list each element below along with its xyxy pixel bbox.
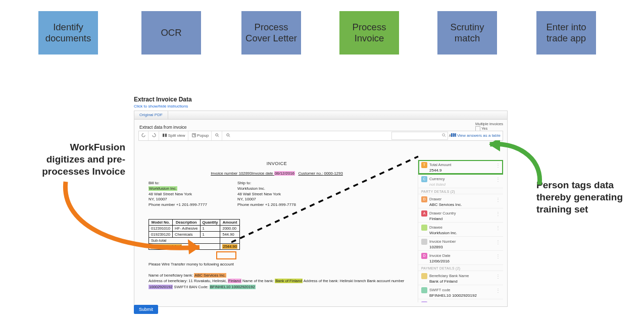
answer-tag-icon: T bbox=[421, 162, 427, 168]
svg-point-3 bbox=[216, 134, 218, 136]
total-highlight-box bbox=[216, 251, 236, 259]
bank-details: Name of beneficiary bank: ABC Services I… bbox=[148, 273, 405, 290]
step-invoice: Process Invoice bbox=[339, 11, 399, 55]
answer-label: Drawer bbox=[429, 197, 441, 201]
answer-label: Drawee bbox=[429, 225, 442, 230]
invoice-meta: Invoice number 102893Invoice date 06/12/… bbox=[138, 171, 415, 176]
step-tradeapp: Enter into trade app bbox=[536, 11, 596, 55]
step-cover: Process Cover Letter bbox=[241, 11, 301, 55]
more-icon[interactable]: ⋮ bbox=[496, 288, 501, 293]
zoom-in-button[interactable] bbox=[213, 131, 222, 140]
svg-point-4 bbox=[226, 134, 229, 136]
more-icon[interactable]: ⋮ bbox=[496, 197, 501, 202]
answer-value: Workfusion Inc. bbox=[429, 231, 500, 235]
multi-invoice-flag: Multiple invoices Yes bbox=[475, 122, 503, 131]
answers-group: PARTY DETAILS (2) bbox=[418, 188, 503, 194]
answers-group: PAYMENT DETAILS (2) bbox=[418, 265, 503, 271]
annot-left: WorkFusion digitizes and pre-processes I… bbox=[39, 141, 125, 177]
wire-instruction: Please Wire Transfer money to following … bbox=[148, 262, 415, 266]
answer-tag-icon bbox=[421, 225, 427, 231]
answer-card[interactable]: DDrawerABC Services Inc.⋮ bbox=[418, 194, 503, 208]
answer-label: Invoice Date bbox=[429, 253, 451, 258]
redo-button[interactable] bbox=[150, 131, 159, 140]
toolbar: Split view Popup ∧ ∨ bbox=[138, 131, 503, 141]
more-icon[interactable]: ⋮ bbox=[496, 239, 501, 245]
answer-value: 102893 bbox=[429, 245, 500, 249]
answer-value: ABC Services Inc. bbox=[429, 202, 500, 207]
more-icon[interactable]: ⋮ bbox=[496, 211, 501, 217]
answer-label: Drawer Country bbox=[429, 211, 456, 216]
zoom-out-button[interactable] bbox=[224, 131, 233, 140]
answer-label: Beneficiary Account Number bbox=[429, 302, 477, 302]
list-icon bbox=[451, 133, 456, 137]
more-icon[interactable]: ⋮ bbox=[496, 253, 501, 259]
answer-tag-icon bbox=[421, 239, 427, 245]
answer-label: SWIFT code bbox=[429, 288, 451, 292]
annot-right: Person tags data thereby generating trai… bbox=[536, 179, 627, 215]
popup-button[interactable]: Popup bbox=[189, 131, 212, 140]
extract-ui: Extract Invoice Data Click to show/hide … bbox=[134, 96, 508, 313]
answer-label: Invoice Number bbox=[429, 239, 456, 244]
more-icon[interactable]: ⋮ bbox=[496, 163, 501, 168]
ship-to: Ship to: Workfusion Inc. 48 Wall Street … bbox=[237, 181, 318, 208]
answer-value: Bank of Finland bbox=[429, 279, 500, 284]
answer-tag-icon: L bbox=[421, 301, 427, 302]
answer-tag-icon bbox=[421, 273, 427, 279]
answer-card[interactable]: ADrawer CountryFinland⋮ bbox=[418, 208, 503, 223]
answer-card[interactable]: SWIFT codeBFINHEL10 10002920192⋮ bbox=[418, 285, 503, 299]
answer-label: Total Amount bbox=[429, 163, 451, 167]
split-view-button[interactable]: Split view bbox=[160, 131, 188, 140]
answer-value: BFINHEL10 10002920192 bbox=[429, 293, 500, 298]
page-title: Extract Invoice Data bbox=[134, 96, 508, 103]
answer-value: 12/06/2016 bbox=[429, 259, 500, 263]
answer-card[interactable]: Invoice Number102893⋮ bbox=[418, 237, 503, 251]
answer-card[interactable]: LBeneficiary Account Number10002920192⋮ bbox=[418, 299, 503, 302]
subheader: Extract data from invoice bbox=[134, 120, 507, 131]
answer-card[interactable]: CCurrencynot listed⋮ bbox=[418, 174, 503, 188]
answer-tag-icon: D bbox=[421, 253, 427, 259]
answer-card[interactable]: DraweeWorkfusion Inc.⋮ bbox=[418, 223, 503, 237]
answer-tag-icon bbox=[421, 287, 427, 293]
answer-tag-icon: C bbox=[421, 176, 427, 182]
answer-value: not listed bbox=[429, 182, 500, 187]
step-ocr: OCR bbox=[141, 11, 201, 55]
invoice-heading: INVOICE bbox=[138, 161, 415, 166]
answers-panel: TTotal Amount2544.9⋮CCurrencynot listed⋮… bbox=[418, 160, 503, 302]
tab-original-pdf[interactable]: Original PDF bbox=[134, 111, 168, 119]
svg-rect-2 bbox=[192, 134, 195, 137]
svg-rect-0 bbox=[163, 134, 164, 137]
step-scrutiny: Scrutiny match bbox=[437, 11, 497, 55]
answer-card[interactable]: TTotal Amount2544.9⋮ bbox=[418, 160, 503, 174]
more-icon[interactable]: ⋮ bbox=[496, 177, 501, 182]
more-icon[interactable]: ⋮ bbox=[496, 225, 501, 231]
answer-tag-icon: A bbox=[421, 210, 427, 217]
step-identify: Identify documents bbox=[38, 11, 98, 55]
more-icon[interactable]: ⋮ bbox=[496, 302, 501, 302]
view-as-table[interactable]: View answers as a table bbox=[451, 131, 501, 140]
bill-to: Bill to: Workfusion Inc. 48 Wall Street … bbox=[148, 181, 229, 208]
undo-button[interactable] bbox=[139, 131, 148, 140]
line-items-table: Model No. Description Quantity Amount 01… bbox=[148, 219, 240, 250]
svg-rect-1 bbox=[165, 134, 167, 137]
answer-value: 2544.9 bbox=[429, 168, 500, 173]
invoice-page: INVOICE Invoice number 102893Invoice dat… bbox=[138, 160, 415, 302]
answer-tag-icon: D bbox=[421, 196, 427, 202]
instructions-link[interactable]: Click to show/hide instructions bbox=[134, 104, 508, 109]
answer-label: Currency bbox=[429, 177, 444, 181]
submit-button[interactable]: Submit bbox=[134, 305, 158, 314]
tabstrip: Original PDF bbox=[134, 111, 508, 119]
answer-value: Finland bbox=[429, 217, 500, 221]
answer-card[interactable]: Beneficiary Bank NameBank of Finland⋮ bbox=[418, 271, 503, 285]
more-icon[interactable]: ⋮ bbox=[496, 274, 501, 279]
answer-label: Beneficiary Bank Name bbox=[429, 274, 469, 278]
svg-point-5 bbox=[442, 134, 445, 136]
answer-card[interactable]: DInvoice Date12/06/2016⋮ bbox=[418, 251, 503, 265]
